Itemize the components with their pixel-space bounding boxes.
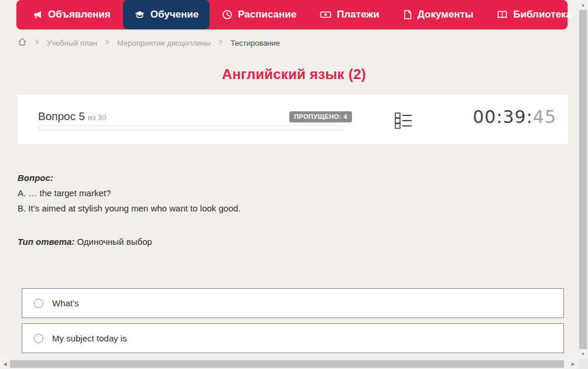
home-icon[interactable] xyxy=(18,37,27,48)
horizontal-scroll-thumb[interactable] xyxy=(10,360,564,368)
question-line-b: B. It’s aimed at stylish young men who w… xyxy=(18,201,545,216)
question-prompt-label: Вопрос: xyxy=(18,170,545,186)
payment-icon xyxy=(320,9,331,20)
nav-tab-library[interactable]: Библиотека xyxy=(486,0,588,29)
timer-seconds: 45 xyxy=(533,107,556,127)
nav-tab-learning[interactable]: Обучение xyxy=(123,0,210,29)
radio-button[interactable] xyxy=(34,299,43,308)
answer-type-label: Тип ответа: xyxy=(18,237,74,247)
question-number-label: Вопрос 5 xyxy=(38,110,85,122)
question-number: Вопрос 5из 30 xyxy=(38,110,106,123)
nav-tab-label: Библиотека xyxy=(513,9,572,20)
breadcrumb-chevron-icon xyxy=(105,39,110,47)
page-title: Английский язык (2) xyxy=(0,66,588,83)
question-text-block: Вопрос: A. … the target market? B. It’s … xyxy=(18,170,545,216)
breadcrumb-item-curriculum[interactable]: Учебный план xyxy=(47,39,97,47)
vertical-scrollbar[interactable]: ▲ ▼ xyxy=(578,0,588,359)
timer: 00:39:45 xyxy=(473,107,556,127)
question-list-icon[interactable] xyxy=(395,112,412,129)
nav-tab-label: Обучение xyxy=(151,9,199,20)
scroll-down-icon[interactable]: ▼ xyxy=(578,349,588,359)
question-header-card: Вопрос 5из 30 ПРОПУЩЕНО: 4 00:39:45 xyxy=(18,95,568,144)
document-icon xyxy=(403,9,412,20)
breadcrumb-chevron-icon xyxy=(35,39,39,47)
breadcrumb: Учебный план Мероприятие дисциплины Тест… xyxy=(18,36,280,49)
nav-tab-payments[interactable]: Платежи xyxy=(309,0,391,29)
answer-option-1[interactable]: What’s xyxy=(22,288,564,318)
question-line-a: A. … the target market? xyxy=(18,186,545,201)
breadcrumb-item-testing: Тестирование xyxy=(231,39,280,47)
main-navbar: Объявления Обучение Расписание Платежи Д… xyxy=(16,0,568,29)
megaphone-icon xyxy=(32,9,43,20)
nav-tab-label: Объявления xyxy=(48,9,111,20)
nav-tab-announcements[interactable]: Объявления xyxy=(21,0,122,29)
breadcrumb-item-discipline-event[interactable]: Мероприятие дисциплины xyxy=(117,39,211,47)
nav-tab-label: Расписание xyxy=(238,9,296,20)
answer-type-line: Тип ответа: Одиночный выбор xyxy=(18,237,152,247)
graduation-cap-icon xyxy=(134,9,145,20)
horizontal-scrollbar[interactable]: ◀ ▶ xyxy=(0,359,578,369)
skipped-badge: ПРОПУЩЕНО: 4 xyxy=(289,111,352,122)
answer-option-label: What’s xyxy=(52,298,79,308)
answer-type-value: Одиночный выбор xyxy=(77,237,152,247)
breadcrumb-chevron-icon xyxy=(218,39,223,47)
radio-button[interactable] xyxy=(34,334,43,343)
answer-option-2[interactable]: My subject today is xyxy=(22,323,564,353)
scrollbar-corner xyxy=(578,359,588,369)
nav-tab-schedule[interactable]: Расписание xyxy=(211,0,307,29)
scroll-left-icon[interactable]: ◀ xyxy=(0,359,10,369)
scroll-up-icon[interactable]: ▲ xyxy=(578,0,588,10)
nav-tab-documents[interactable]: Документы xyxy=(392,0,485,29)
nav-tab-label: Документы xyxy=(418,9,474,20)
timer-hours-minutes: 00:39: xyxy=(473,107,533,127)
clock-icon xyxy=(222,9,233,20)
nav-tab-label: Платежи xyxy=(337,9,380,20)
scroll-right-icon[interactable]: ▶ xyxy=(568,359,578,369)
library-icon xyxy=(497,9,508,20)
answer-option-label: My subject today is xyxy=(52,333,127,343)
question-progress-bar xyxy=(38,125,344,131)
vertical-scroll-thumb[interactable] xyxy=(579,10,587,349)
question-total-label: из 30 xyxy=(88,113,106,122)
